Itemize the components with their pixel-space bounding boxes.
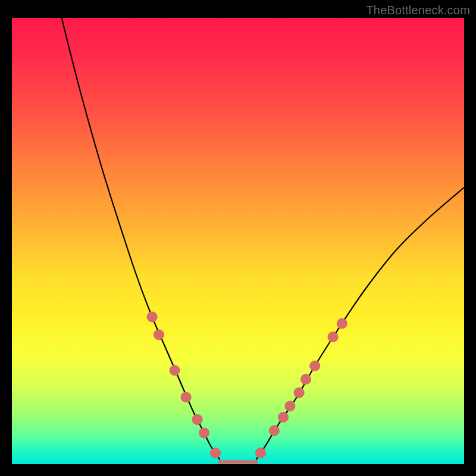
- marker-dot: [147, 312, 158, 322]
- marker-dot: [269, 425, 280, 436]
- chart-frame: TheBottleneck.com: [0, 0, 476, 476]
- watermark-text: TheBottleneck.com: [366, 4, 470, 17]
- marker-dot: [328, 331, 339, 342]
- marker-dot: [170, 365, 180, 376]
- marker-dot: [294, 387, 305, 398]
- marker-dot: [300, 374, 311, 385]
- marker-dot: [278, 412, 289, 422]
- plot-area: [12, 18, 464, 464]
- marker-dot: [255, 447, 266, 458]
- marker-dot: [309, 361, 320, 371]
- marker-dot: [284, 401, 295, 412]
- marker-dot: [337, 318, 347, 329]
- curve-left-branch: [62, 18, 220, 460]
- marker-dot: [210, 447, 221, 458]
- marker-dot: [181, 392, 192, 403]
- marker-dot: [154, 330, 164, 340]
- curve-layer: [12, 18, 464, 464]
- marker-dots-group: [147, 312, 347, 459]
- marker-dot: [199, 428, 209, 439]
- marker-dot: [192, 414, 203, 425]
